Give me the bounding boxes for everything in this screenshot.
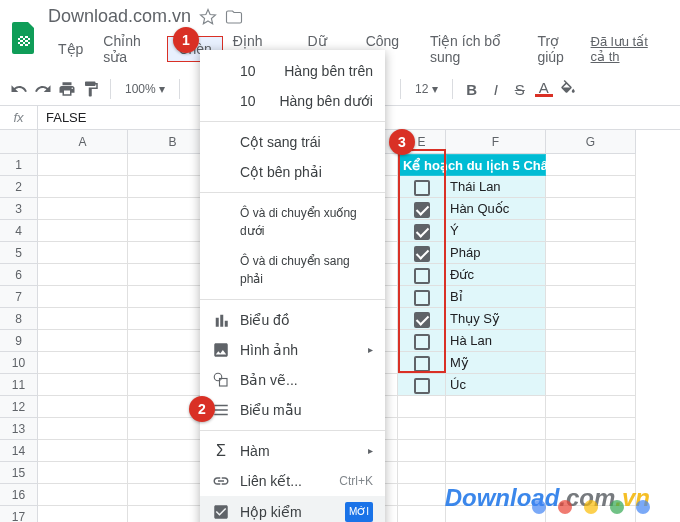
cell[interactable]: Thụy Sỹ <box>446 308 546 330</box>
print-icon[interactable] <box>58 80 76 98</box>
row-header[interactable]: 15 <box>0 462 38 484</box>
cell[interactable] <box>398 286 446 308</box>
cell[interactable] <box>546 242 636 264</box>
row-header[interactable]: 12 <box>0 396 38 418</box>
dd-link[interactable]: Liên kết...Ctrl+K <box>200 466 385 496</box>
cell[interactable] <box>398 418 446 440</box>
cell[interactable] <box>546 330 636 352</box>
cell[interactable] <box>546 418 636 440</box>
cell[interactable]: Bỉ <box>446 286 546 308</box>
cell[interactable] <box>546 220 636 242</box>
row-header[interactable]: 2 <box>0 176 38 198</box>
col-header[interactable]: G <box>546 130 636 154</box>
checkbox[interactable] <box>414 290 430 306</box>
row-header[interactable]: 1 <box>0 154 38 176</box>
cell[interactable]: Úc <box>446 374 546 396</box>
cell[interactable] <box>398 506 446 522</box>
cell[interactable] <box>446 440 546 462</box>
menu-tro-giup[interactable]: Trợ giúp <box>527 29 590 69</box>
cell[interactable] <box>546 440 636 462</box>
cell[interactable] <box>38 462 128 484</box>
fx-value[interactable]: FALSE <box>38 110 86 125</box>
cell[interactable] <box>38 264 128 286</box>
cell[interactable]: Kể hoạch du lịch 5 Châu <box>398 154 446 176</box>
cell[interactable] <box>38 242 128 264</box>
undo-icon[interactable] <box>10 80 28 98</box>
row-header[interactable]: 14 <box>0 440 38 462</box>
cell[interactable] <box>398 352 446 374</box>
dd-col-right[interactable]: Cột bên phải <box>200 157 385 187</box>
row-header[interactable]: 17 <box>0 506 38 522</box>
dd-chart[interactable]: Biểu đồ <box>200 305 385 335</box>
cell[interactable] <box>546 308 636 330</box>
text-color-icon[interactable]: A <box>535 81 553 97</box>
cell[interactable] <box>38 396 128 418</box>
col-header[interactable]: A <box>38 130 128 154</box>
folder-icon[interactable] <box>225 8 243 26</box>
cell[interactable] <box>398 242 446 264</box>
cell[interactable] <box>38 154 128 176</box>
corner-cell[interactable] <box>0 130 38 154</box>
cell[interactable] <box>546 264 636 286</box>
cell[interactable]: Hàn Quốc <box>446 198 546 220</box>
doc-title[interactable]: Download.com.vn <box>48 6 670 27</box>
row-header[interactable]: 10 <box>0 352 38 374</box>
cell[interactable] <box>38 374 128 396</box>
menu-tep[interactable]: Tệp <box>48 37 93 61</box>
sheets-logo[interactable] <box>10 20 38 56</box>
cell[interactable] <box>546 374 636 396</box>
dd-cells-down[interactable]: Ô và di chuyển xuống dưới <box>200 198 385 246</box>
checkbox[interactable] <box>414 180 430 196</box>
checkbox[interactable] <box>414 312 430 328</box>
checkbox[interactable] <box>414 378 430 394</box>
cell[interactable] <box>398 396 446 418</box>
cell[interactable] <box>38 440 128 462</box>
cell[interactable] <box>38 352 128 374</box>
cell[interactable]: Hà Lan <box>446 330 546 352</box>
checkbox[interactable] <box>414 246 430 262</box>
cell[interactable] <box>38 286 128 308</box>
menu-chinh-sua[interactable]: Chỉnh sửa <box>93 29 167 69</box>
dd-image[interactable]: Hình ảnh▸ <box>200 335 385 365</box>
cell[interactable] <box>546 176 636 198</box>
cell[interactable] <box>398 198 446 220</box>
row-header[interactable]: 5 <box>0 242 38 264</box>
checkbox[interactable] <box>414 224 430 240</box>
row-header[interactable]: 9 <box>0 330 38 352</box>
row-header[interactable]: 16 <box>0 484 38 506</box>
cell[interactable] <box>398 220 446 242</box>
cell[interactable]: Thái Lan <box>446 176 546 198</box>
star-icon[interactable] <box>199 8 217 26</box>
menu-tien-ich[interactable]: Tiện ích bổ sung <box>420 29 527 69</box>
dd-rows-above[interactable]: 10 Hàng bên trên <box>200 56 385 86</box>
cell[interactable] <box>546 462 636 484</box>
cell[interactable]: Ý <box>446 220 546 242</box>
cell[interactable] <box>38 308 128 330</box>
cell[interactable] <box>446 418 546 440</box>
cell[interactable] <box>398 484 446 506</box>
redo-icon[interactable] <box>34 80 52 98</box>
dd-cells-right[interactable]: Ô và di chuyển sang phải <box>200 246 385 294</box>
cell[interactable]: Đức <box>446 264 546 286</box>
zoom-level[interactable]: 100% ▾ <box>121 80 169 98</box>
row-header[interactable]: 8 <box>0 308 38 330</box>
cell[interactable]: Mỹ <box>446 352 546 374</box>
dd-function[interactable]: ΣHàm▸ <box>200 436 385 466</box>
cell[interactable] <box>38 418 128 440</box>
cell[interactable] <box>546 286 636 308</box>
row-header[interactable]: 13 <box>0 418 38 440</box>
cell[interactable] <box>398 374 446 396</box>
strike-icon[interactable]: S <box>511 80 529 98</box>
cell[interactable] <box>546 352 636 374</box>
cell[interactable] <box>398 176 446 198</box>
dd-rows-below[interactable]: 10 Hàng bên dưới <box>200 86 385 116</box>
paint-icon[interactable] <box>82 80 100 98</box>
cell[interactable] <box>398 440 446 462</box>
cell[interactable]: Pháp <box>446 242 546 264</box>
cell[interactable] <box>38 220 128 242</box>
checkbox[interactable] <box>414 356 430 372</box>
checkbox[interactable] <box>414 202 430 218</box>
cell[interactable] <box>38 484 128 506</box>
checkbox[interactable] <box>414 334 430 350</box>
checkbox[interactable] <box>414 268 430 284</box>
